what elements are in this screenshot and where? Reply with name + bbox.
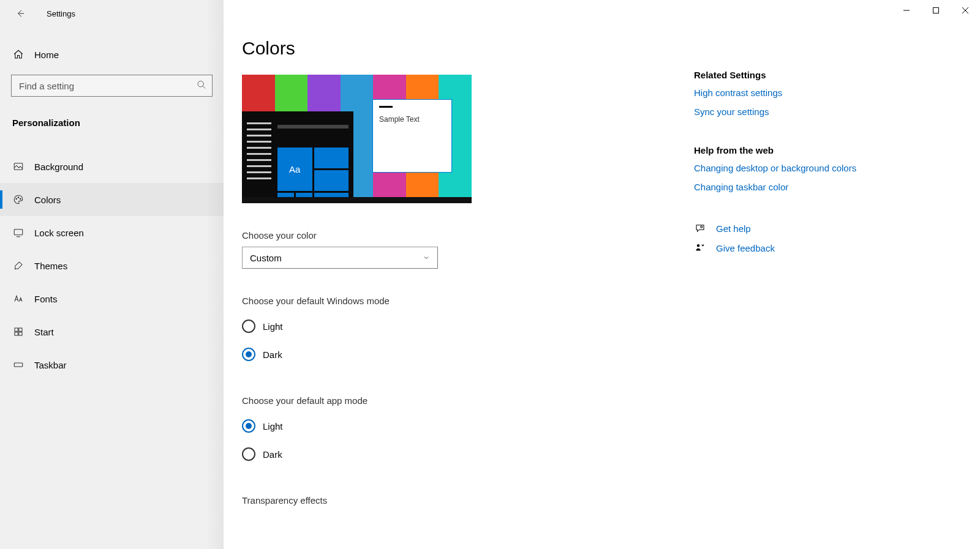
- grid-icon: [12, 326, 24, 337]
- svg-rect-6: [15, 328, 18, 331]
- app-mode-label: Choose your default app mode: [242, 395, 683, 406]
- radio-icon: [242, 419, 255, 433]
- link-high-contrast[interactable]: High contrast settings: [694, 88, 865, 98]
- app-mode-light-radio[interactable]: Light: [242, 412, 683, 440]
- sidebar-item-label: Themes: [34, 261, 67, 271]
- svg-point-13: [697, 244, 700, 247]
- color-preview: Aa Sample Text: [242, 75, 472, 203]
- get-help-link: Get help: [716, 223, 751, 234]
- radio-label: Light: [263, 321, 283, 332]
- search-input[interactable]: [11, 75, 213, 97]
- nav-list: Background Colors Lock screen Themes Fon…: [0, 150, 224, 381]
- svg-point-2: [16, 198, 17, 200]
- windows-mode-light-radio[interactable]: Light: [242, 312, 683, 340]
- svg-rect-5: [14, 230, 23, 235]
- app-mode-dark-radio[interactable]: Dark: [242, 440, 683, 468]
- sidebar-item-fonts[interactable]: Fonts: [0, 282, 224, 315]
- help-heading: Help from the web: [694, 145, 865, 155]
- color-mode-value: Custom: [250, 253, 282, 263]
- font-icon: [12, 293, 24, 304]
- sidebar-item-start[interactable]: Start: [0, 315, 224, 348]
- link-changing-taskbar[interactable]: Changing taskbar color: [694, 182, 865, 192]
- minimize-icon: [903, 7, 910, 14]
- sidebar-item-label: Taskbar: [34, 360, 67, 370]
- color-mode-dropdown[interactable]: Custom: [242, 247, 438, 269]
- page-title: Colors: [242, 38, 683, 59]
- svg-rect-7: [19, 328, 22, 331]
- app-title: Settings: [47, 9, 75, 18]
- windows-mode-label: Choose your default Windows mode: [242, 296, 683, 306]
- transparency-label: Transparency effects: [242, 495, 683, 506]
- svg-point-3: [18, 197, 19, 198]
- palette-icon: [12, 194, 24, 205]
- svg-point-4: [20, 198, 21, 200]
- section-title: Personalization: [0, 105, 224, 138]
- main-content: Colors Aa: [224, 0, 980, 549]
- preview-taskbar: [242, 197, 472, 203]
- home-icon: [12, 49, 24, 60]
- sidebar-item-label: Background: [34, 162, 83, 172]
- give-feedback-link: Give feedback: [716, 243, 775, 253]
- chevron-down-icon: [423, 254, 430, 261]
- radio-icon: [242, 319, 255, 333]
- search-icon: [197, 80, 206, 92]
- svg-rect-10: [14, 363, 23, 367]
- sidebar-item-taskbar[interactable]: Taskbar: [0, 348, 224, 381]
- app-mode-group: Light Dark: [242, 412, 683, 468]
- maximize-button[interactable]: [921, 0, 951, 21]
- sidebar-item-themes[interactable]: Themes: [0, 249, 224, 282]
- maximize-icon: [932, 7, 940, 14]
- radio-icon: [242, 348, 255, 361]
- taskbar-icon: [12, 359, 24, 370]
- give-feedback-row[interactable]: Give feedback: [694, 242, 865, 253]
- picture-icon: [12, 161, 24, 172]
- back-button[interactable]: [11, 4, 29, 23]
- home-label: Home: [34, 50, 59, 60]
- radio-icon: [242, 447, 255, 461]
- radio-label: Dark: [263, 349, 282, 360]
- sidebar-item-lockscreen[interactable]: Lock screen: [0, 216, 224, 249]
- chat-help-icon: [694, 223, 706, 234]
- sidebar-item-label: Lock screen: [34, 228, 84, 238]
- back-arrow-icon: [15, 9, 25, 18]
- svg-point-0: [198, 81, 203, 87]
- sidebar: Settings Home Personalization Background…: [0, 0, 224, 549]
- brush-icon: [12, 260, 24, 271]
- sidebar-item-colors[interactable]: Colors: [0, 183, 224, 216]
- preview-tile-glyph: Aa: [277, 148, 312, 191]
- link-sync-settings[interactable]: Sync your settings: [694, 106, 865, 117]
- svg-rect-8: [15, 332, 18, 335]
- windows-mode-group: Light Dark: [242, 312, 683, 368]
- radio-label: Dark: [263, 449, 282, 460]
- get-help-row[interactable]: Get help: [694, 223, 865, 234]
- svg-rect-9: [19, 332, 22, 335]
- sidebar-item-background[interactable]: Background: [0, 150, 224, 183]
- windows-mode-dark-radio[interactable]: Dark: [242, 340, 683, 368]
- preview-sample-text: Sample Text: [379, 115, 445, 124]
- related-heading: Related Settings: [694, 70, 865, 80]
- radio-label: Light: [263, 421, 283, 431]
- preview-window: Sample Text: [372, 99, 452, 173]
- svg-point-12: [701, 226, 703, 228]
- sidebar-item-label: Fonts: [34, 294, 58, 304]
- sidebar-item-label: Start: [34, 327, 54, 337]
- home-link[interactable]: Home: [0, 42, 224, 67]
- close-icon: [962, 7, 969, 14]
- related-panel: Related Settings High contrast settings …: [694, 70, 865, 262]
- svg-rect-11: [933, 8, 939, 13]
- sidebar-item-label: Colors: [34, 195, 61, 205]
- link-changing-desktop[interactable]: Changing desktop or background colors: [694, 163, 865, 173]
- close-button[interactable]: [951, 0, 980, 21]
- preview-start-menu: Aa: [242, 111, 353, 203]
- feedback-icon: [694, 242, 706, 253]
- choose-color-label: Choose your color: [242, 230, 683, 241]
- monitor-icon: [12, 227, 24, 238]
- minimize-button[interactable]: [892, 0, 921, 21]
